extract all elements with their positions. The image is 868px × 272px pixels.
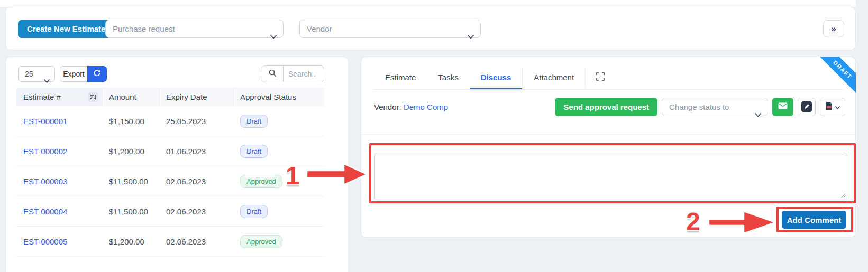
create-new-estimate-button[interactable]: Create New Estimate — [18, 20, 114, 38]
expiry-cell: 02.06.2023 — [159, 237, 233, 246]
vendor-row: Vendor: Demo Comp Send approval request … — [374, 97, 845, 116]
chevron-down-icon — [755, 106, 761, 123]
refresh-icon — [93, 69, 101, 79]
expiry-cell: 01.06.2023 — [159, 147, 233, 156]
estimate-link[interactable]: EST-000005 — [23, 237, 67, 246]
pdf-file-icon — [826, 102, 833, 111]
page-top-strip — [0, 0, 856, 7]
detail-tabbar: Estimate Tasks Discuss Attachment — [374, 65, 844, 90]
tab-estimate[interactable]: Estimate — [374, 65, 427, 89]
column-header-estimate[interactable]: Estimate # — [16, 88, 102, 106]
expiry-cell: 02.06.2023 — [159, 177, 233, 186]
table-row[interactable]: EST-000001 $1,150.00 25.05.2023 Draft — [16, 106, 324, 136]
estimate-link[interactable]: EST-000001 — [23, 117, 67, 126]
envelope-icon — [778, 102, 788, 111]
search-button[interactable] — [261, 65, 284, 82]
annotation-highlight-comment-box — [369, 143, 856, 203]
amount-cell: $1,200.00 — [102, 237, 159, 246]
tab-tasks[interactable]: Tasks — [427, 65, 469, 89]
change-status-placeholder: Change status to — [669, 102, 729, 111]
table-row[interactable]: EST-000002 $1,200.00 01.06.2023 Draft — [16, 136, 324, 166]
double-chevron-right-icon: » — [831, 24, 836, 34]
collapse-filters-button[interactable]: » — [823, 20, 844, 37]
chevron-down-icon — [44, 73, 50, 88]
amount-cell: $11,500.00 — [102, 207, 159, 216]
fullscreen-button[interactable] — [586, 65, 615, 89]
tab-attachment[interactable]: Attachment — [523, 65, 585, 89]
sort-icon[interactable] — [88, 92, 98, 102]
purchase-request-select[interactable]: Purchase request — [105, 20, 284, 38]
edit-button[interactable] — [798, 98, 816, 116]
table-row[interactable]: EST-000005 $1,200.00 02.06.2023 Approved — [16, 227, 324, 257]
table-row[interactable]: EST-000003 $11,500.00 02.06.2023 Approve… — [16, 166, 324, 196]
amount-cell: $11,500.00 — [102, 177, 159, 186]
status-badge: Approved — [240, 235, 282, 248]
tab-discuss[interactable]: Discuss — [470, 65, 523, 89]
chevron-down-icon — [835, 103, 840, 111]
status-badge: Draft — [240, 205, 268, 218]
column-label: Estimate # — [23, 92, 61, 101]
estimate-link[interactable]: EST-000004 — [23, 207, 67, 216]
column-header-amount[interactable]: Amount — [102, 88, 159, 106]
status-badge: Approved — [240, 175, 282, 188]
export-button[interactable]: Export — [60, 66, 87, 82]
expiry-cell: 25.05.2023 — [159, 117, 233, 126]
vendor-line: Vendor: Demo Comp — [374, 102, 448, 111]
search-group — [261, 65, 324, 82]
annotation-arrow-1-icon — [306, 162, 369, 189]
status-badge: Draft — [240, 115, 268, 128]
purchase-request-placeholder: Purchase request — [113, 24, 175, 33]
fullscreen-icon — [596, 72, 605, 82]
change-status-select[interactable]: Change status to — [662, 98, 768, 116]
annotation-step-1: 1 — [286, 161, 300, 190]
detail-actions: Send approval request Change status to — [555, 98, 845, 116]
expiry-cell: 02.06.2023 — [159, 207, 233, 216]
amount-cell: $1,150.00 — [102, 117, 159, 126]
page-size-value: 25 — [25, 70, 33, 78]
annotation-step-2: 2 — [686, 207, 700, 236]
amount-cell: $1,200.00 — [102, 147, 159, 156]
chevron-down-icon — [270, 27, 277, 45]
table-row[interactable]: EST-000004 $11,500.00 02.06.2023 Draft — [16, 196, 324, 227]
status-badge: Draft — [240, 145, 268, 158]
estimate-link[interactable]: EST-000003 — [23, 177, 67, 186]
search-input[interactable] — [284, 65, 324, 82]
chevron-down-icon — [468, 27, 474, 45]
annotation-arrow-2-icon — [708, 209, 778, 238]
table-header: Estimate # Amount Expiry Date Approval S… — [16, 88, 324, 106]
vendor-select[interactable]: Vendor — [299, 20, 481, 38]
export-pdf-button[interactable] — [820, 98, 845, 116]
search-icon — [268, 69, 277, 79]
estimate-link[interactable]: EST-000002 — [23, 147, 67, 156]
column-header-expiry[interactable]: Expiry Date — [159, 88, 233, 106]
vendor-placeholder: Vendor — [307, 24, 332, 33]
page-size-select[interactable]: 25 — [18, 66, 55, 82]
vendor-name-link[interactable]: Demo Comp — [404, 102, 448, 111]
send-email-button[interactable] — [772, 98, 793, 116]
column-header-approval-status[interactable]: Approval Status — [233, 88, 324, 106]
send-approval-request-button[interactable]: Send approval request — [555, 98, 657, 116]
pencil-icon — [801, 101, 812, 112]
annotation-highlight-add-comment — [776, 207, 853, 232]
toolbar: Create New Estimate Purchase request Ven… — [5, 7, 856, 50]
section-divider — [361, 134, 856, 135]
vendor-label: Vendor: — [374, 102, 401, 111]
table-body: EST-000001 $1,150.00 25.05.2023 Draft ES… — [16, 106, 324, 257]
refresh-button[interactable] — [87, 66, 107, 82]
